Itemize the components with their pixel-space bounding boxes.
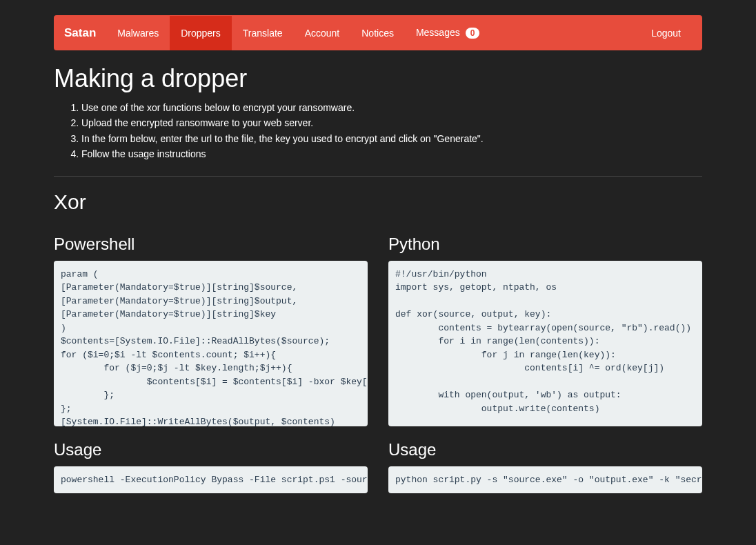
- python-heading: Python: [388, 235, 702, 254]
- python-usage-heading: Usage: [388, 440, 702, 459]
- xor-heading: Xor: [54, 190, 702, 214]
- list-item: In the form below, enter the url to the …: [81, 131, 702, 146]
- python-code[interactable]: #!/usr/bin/python import sys, getopt, nt…: [388, 261, 702, 426]
- nav-secondary: Logout: [640, 16, 692, 50]
- nav-primary: Malwares Droppers Translate Account Noti…: [106, 15, 490, 50]
- nav-item-account[interactable]: Account: [294, 16, 351, 50]
- nav-item-messages[interactable]: Messages 0: [405, 15, 490, 50]
- list-item: Follow the usage instructions: [81, 146, 702, 161]
- powershell-heading: Powershell: [54, 235, 368, 254]
- nav-item-translate[interactable]: Translate: [232, 16, 294, 50]
- powershell-code[interactable]: param ( [Parameter(Mandatory=$true)][str…: [54, 261, 368, 426]
- navbar: Satan Malwares Droppers Translate Accoun…: [54, 15, 702, 50]
- powershell-column: Powershell param ( [Parameter(Mandatory=…: [54, 221, 368, 501]
- nav-item-logout[interactable]: Logout: [640, 16, 692, 50]
- nav-item-notices[interactable]: Notices: [350, 16, 405, 50]
- nav-item-malwares[interactable]: Malwares: [106, 16, 170, 50]
- powershell-usage-heading: Usage: [54, 440, 368, 459]
- list-item: Upload the encrypted ransomware to your …: [81, 115, 702, 130]
- nav-item-droppers[interactable]: Droppers: [170, 16, 232, 50]
- list-item: Use one of the xor functions below to en…: [81, 100, 702, 115]
- page-title: Making a dropper: [54, 64, 702, 93]
- powershell-usage[interactable]: powershell -ExecutionPolicy Bypass -File…: [54, 466, 368, 494]
- divider: [54, 176, 702, 177]
- messages-badge: 0: [466, 28, 480, 39]
- python-usage[interactable]: python script.py -s "source.exe" -o "out…: [388, 466, 702, 494]
- instructions-list: Use one of the xor functions below to en…: [54, 100, 702, 162]
- brand[interactable]: Satan: [64, 16, 106, 50]
- python-column: Python #!/usr/bin/python import sys, get…: [388, 221, 702, 501]
